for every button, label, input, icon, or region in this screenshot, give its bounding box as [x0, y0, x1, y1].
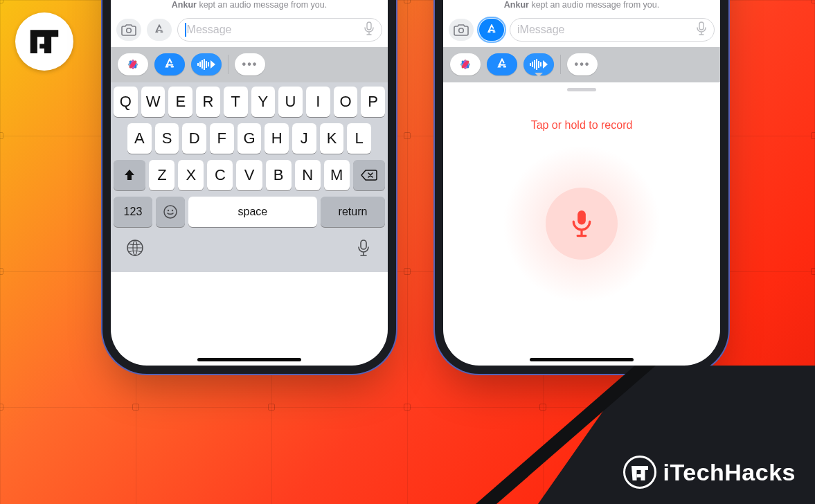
key-b[interactable]: B	[266, 160, 292, 190]
svg-point-19	[172, 210, 173, 211]
shift-icon	[123, 168, 136, 182]
key-o[interactable]: O	[334, 87, 358, 117]
more-apps-bubble[interactable]: •••	[235, 53, 265, 75]
brand-logo-icon	[26, 23, 63, 60]
key-n[interactable]: N	[295, 160, 321, 190]
camera-icon	[454, 24, 469, 36]
kept-name: Ankur	[504, 0, 529, 10]
audio-app-bubble[interactable]	[191, 53, 222, 75]
svg-rect-33	[532, 62, 533, 67]
text-cursor	[185, 23, 186, 37]
key-u[interactable]: U	[278, 87, 303, 117]
key-m[interactable]: M	[324, 160, 350, 190]
app-store-icon	[162, 57, 177, 72]
key-x[interactable]: X	[178, 160, 204, 190]
svg-rect-42	[636, 474, 643, 478]
svg-point-1	[127, 28, 132, 33]
app-store-bubble[interactable]	[154, 53, 185, 75]
photos-icon	[125, 56, 141, 73]
key-q[interactable]: Q	[114, 87, 138, 117]
svg-rect-11	[197, 63, 199, 66]
more-dots: •••	[575, 58, 591, 71]
key-c[interactable]: C	[207, 160, 233, 190]
key-h[interactable]: H	[265, 123, 289, 154]
key-v[interactable]: V	[236, 160, 262, 190]
key-g[interactable]: G	[238, 123, 262, 154]
key-r[interactable]: R	[196, 87, 220, 117]
apps-toggle-button[interactable]	[147, 19, 172, 41]
app-store-icon	[494, 57, 510, 72]
svg-rect-12	[199, 62, 201, 67]
kept-name: Ankur	[172, 0, 197, 10]
photos-app-bubble[interactable]	[450, 53, 481, 75]
conversation-area: Today, 10:56 AM 00:00 Raise to talk Toda…	[111, 0, 388, 12]
key-j[interactable]: J	[292, 123, 316, 154]
keyboard: QWERTYUIOP ASDFGHJKL ZXCVBNM 123 space r…	[111, 82, 388, 272]
phone-right: Today, 10:56 AM 00:00 Raise to talk Toda…	[443, 0, 720, 366]
app-store-icon	[485, 23, 499, 37]
svg-rect-13	[201, 60, 203, 69]
svg-rect-38	[577, 210, 586, 225]
camera-button[interactable]	[449, 19, 474, 41]
dictation-icon[interactable]	[364, 21, 375, 38]
key-return[interactable]: return	[321, 197, 385, 227]
app-store-bubble[interactable]	[487, 53, 517, 75]
key-backspace[interactable]	[353, 160, 385, 190]
svg-point-22	[459, 28, 464, 33]
dictation-icon[interactable]	[696, 21, 707, 38]
record-button[interactable]	[546, 188, 618, 260]
microphone-icon	[566, 208, 597, 239]
svg-rect-34	[534, 60, 535, 69]
key-shift[interactable]	[114, 160, 145, 190]
camera-button[interactable]	[116, 19, 141, 41]
microphone-icon	[355, 239, 373, 257]
key-t[interactable]: T	[224, 87, 248, 117]
phone-left: Today, 10:56 AM 00:00 Raise to talk Toda…	[111, 0, 388, 366]
key-k[interactable]: K	[320, 123, 344, 154]
key-p[interactable]: P	[361, 87, 385, 117]
kept-audio-notice: Ankur kept an audio message from you.	[118, 0, 381, 10]
record-ring	[502, 145, 661, 303]
key-e[interactable]: E	[168, 87, 192, 117]
more-apps-bubble[interactable]: •••	[567, 53, 598, 75]
drag-handle[interactable]	[567, 88, 596, 91]
dictation-button[interactable]	[355, 239, 373, 260]
svg-rect-16	[208, 62, 209, 66]
key-z[interactable]: Z	[149, 160, 174, 190]
key-emoji[interactable]	[156, 197, 185, 227]
key-space[interactable]: space	[188, 197, 317, 227]
key-y[interactable]: Y	[251, 87, 276, 117]
photos-app-bubble[interactable]	[118, 53, 148, 75]
compose-row: Message	[111, 12, 388, 47]
message-input[interactable]: Message	[177, 18, 382, 42]
key-l[interactable]: L	[347, 123, 371, 154]
svg-rect-15	[206, 61, 207, 68]
brand-logo-badge	[15, 12, 73, 71]
key-i[interactable]: I	[306, 87, 330, 117]
record-hint-label: Tap or hold to record	[531, 119, 633, 132]
imessage-app-strip: •••	[111, 47, 388, 82]
key-f[interactable]: F	[210, 123, 234, 154]
svg-rect-23	[699, 22, 704, 30]
key-numbers[interactable]: 123	[114, 197, 152, 227]
globe-icon	[126, 239, 144, 257]
footer-corner: iTechHacks	[455, 366, 815, 504]
svg-rect-32	[530, 63, 531, 66]
divider	[560, 55, 561, 74]
home-indicator[interactable]	[197, 358, 301, 361]
svg-rect-37	[540, 62, 541, 66]
svg-point-17	[164, 206, 177, 218]
key-s[interactable]: S	[155, 123, 179, 154]
message-placeholder: Message	[187, 24, 364, 36]
svg-rect-21	[361, 240, 366, 249]
apps-toggle-button[interactable]	[479, 19, 504, 41]
globe-button[interactable]	[126, 239, 144, 260]
key-w[interactable]: W	[141, 87, 165, 117]
svg-point-41	[624, 457, 655, 488]
key-a[interactable]: A	[127, 123, 152, 154]
key-d[interactable]: D	[182, 123, 206, 154]
audio-app-bubble-selected[interactable]	[523, 53, 554, 75]
message-input[interactable]: iMessage	[510, 18, 715, 42]
home-indicator[interactable]	[530, 358, 634, 361]
app-store-icon	[152, 23, 166, 37]
